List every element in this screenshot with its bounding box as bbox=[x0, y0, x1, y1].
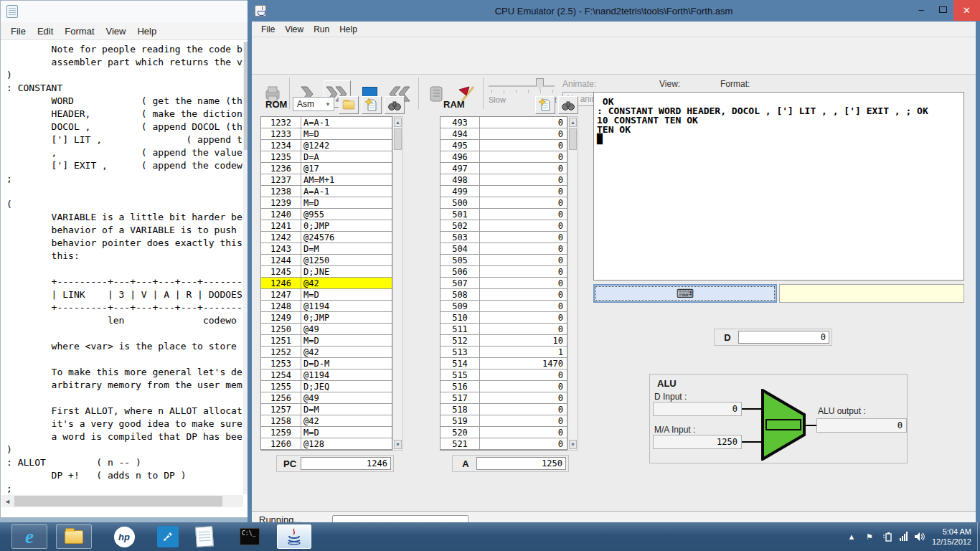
rom-value[interactable]: @24576 bbox=[301, 232, 391, 242]
ram-value[interactable]: 0 bbox=[480, 140, 566, 151]
taskbar-internet-explorer[interactable]: e bbox=[11, 524, 47, 549]
rom-value[interactable]: D=M bbox=[301, 404, 391, 415]
scroll-down-icon[interactable]: ▼ bbox=[569, 440, 577, 449]
ram-row-511[interactable]: 5110 bbox=[440, 324, 567, 335]
ram-row-517[interactable]: 5170 bbox=[440, 392, 567, 404]
ram-value[interactable]: 0 bbox=[480, 128, 566, 139]
rom-row-1242[interactable]: 1242@24576 bbox=[261, 232, 392, 243]
rom-search-button[interactable] bbox=[385, 96, 405, 114]
ram-value[interactable]: 0 bbox=[480, 243, 566, 254]
rom-row-1255[interactable]: 1255D;JEQ bbox=[261, 381, 392, 392]
ram-row-504[interactable]: 5040 bbox=[440, 243, 567, 255]
scroll-down-icon[interactable]: ▼ bbox=[394, 440, 402, 449]
notepad-text-area[interactable]: Note for people reading the code b assem… bbox=[2, 42, 242, 494]
ram-value[interactable]: 0 bbox=[480, 163, 566, 174]
ram-row-521[interactable]: 5210 bbox=[440, 438, 567, 450]
notepad-hscroll-thumb[interactable] bbox=[14, 496, 222, 507]
rom-value[interactable]: @128 bbox=[301, 438, 391, 449]
power-icon[interactable] bbox=[882, 532, 893, 542]
rom-row-1233[interactable]: 1233M=D bbox=[261, 128, 392, 140]
rom-row-1254[interactable]: 1254@1194 bbox=[261, 369, 392, 381]
rom-value[interactable]: M=D bbox=[301, 289, 391, 300]
notepad-menu-item-edit[interactable]: Edit bbox=[32, 24, 59, 39]
rom-row-1240[interactable]: 1240@955 bbox=[261, 209, 392, 220]
ram-value[interactable]: 0 bbox=[480, 289, 566, 300]
rom-value[interactable]: @42 bbox=[301, 347, 391, 357]
ram-value[interactable]: 0 bbox=[480, 438, 566, 449]
scroll-left-arrow-icon[interactable]: ◄ bbox=[1, 495, 14, 507]
ram-value[interactable]: 0 bbox=[480, 117, 566, 128]
rom-row-1234[interactable]: 1234@1242 bbox=[261, 140, 392, 151]
emulator-titlebar[interactable]: CPU Emulator (2.5) - F:\nand2tetris\tool… bbox=[248, 0, 980, 22]
notepad-document-text[interactable]: Note for people reading the code b assem… bbox=[2, 42, 242, 494]
ram-row-516[interactable]: 5160 bbox=[440, 381, 567, 392]
ram-row-510[interactable]: 5100 bbox=[440, 312, 567, 324]
rom-row-1236[interactable]: 1236@17 bbox=[261, 163, 392, 174]
emulator-menu-item-run[interactable]: Run bbox=[308, 23, 334, 36]
show-hidden-icons-button[interactable]: ▲ bbox=[846, 532, 857, 541]
a-value-field[interactable]: 1250 bbox=[476, 457, 566, 470]
rom-row-1250[interactable]: 1250@49 bbox=[261, 324, 392, 335]
taskbar-notepad[interactable] bbox=[188, 524, 221, 549]
ram-value[interactable]: 0 bbox=[480, 209, 566, 220]
ram-row-515[interactable]: 5150 bbox=[440, 369, 567, 381]
rom-row-1239[interactable]: 1239M=D bbox=[261, 197, 392, 209]
rom-row-1245[interactable]: 1245D;JNE bbox=[261, 266, 392, 278]
rom-row-1252[interactable]: 1252@42 bbox=[261, 347, 392, 358]
rom-row-1238[interactable]: 1238A=A-1 bbox=[261, 186, 392, 197]
rom-row-1256[interactable]: 1256@49 bbox=[261, 392, 392, 404]
keyboard-enable-button[interactable]: ⌨ bbox=[593, 284, 777, 303]
rom-format-select[interactable]: Asm ▾ bbox=[293, 97, 334, 111]
ram-value[interactable]: 10 bbox=[480, 335, 566, 346]
ram-clear-button[interactable] bbox=[535, 96, 555, 114]
notepad-horizontal-scrollbar[interactable]: ◄ bbox=[1, 495, 243, 507]
rom-value[interactable]: D;JEQ bbox=[301, 381, 391, 392]
emulator-menu-item-help[interactable]: Help bbox=[334, 23, 362, 36]
rom-row-1253[interactable]: 1253D=D-M bbox=[261, 358, 392, 369]
ram-row-519[interactable]: 5190 bbox=[440, 415, 567, 427]
rom-row-1241[interactable]: 12410;JMP bbox=[261, 220, 392, 232]
ram-value[interactable]: 0 bbox=[480, 324, 566, 334]
ram-row-493[interactable]: 4930 bbox=[440, 117, 567, 128]
d-value-field[interactable]: 0 bbox=[738, 331, 829, 344]
ram-row-494[interactable]: 4940 bbox=[440, 128, 567, 140]
ram-row-505[interactable]: 5050 bbox=[440, 255, 567, 266]
ram-value[interactable]: 0 bbox=[480, 266, 566, 277]
ram-value[interactable]: 0 bbox=[480, 151, 566, 162]
ram-row-507[interactable]: 5070 bbox=[440, 278, 567, 289]
ram-row-503[interactable]: 5030 bbox=[440, 232, 567, 243]
ram-value[interactable]: 1 bbox=[480, 347, 566, 357]
ram-row-498[interactable]: 4980 bbox=[440, 174, 567, 186]
rom-value[interactable]: M=D bbox=[301, 335, 391, 346]
rom-value[interactable]: @17 bbox=[301, 163, 391, 174]
ram-scrollbar[interactable]: ▲ ▼ bbox=[567, 116, 578, 451]
taskbar-rocket-app[interactable] bbox=[152, 524, 184, 549]
taskbar-java-app-active[interactable] bbox=[277, 524, 311, 549]
ram-row-501[interactable]: 5010 bbox=[440, 209, 567, 220]
rom-value[interactable]: @42 bbox=[301, 415, 391, 426]
rom-value[interactable]: AM=M+1 bbox=[301, 174, 391, 185]
rom-value[interactable]: M=D bbox=[301, 427, 391, 438]
close-button[interactable]: ✕ bbox=[953, 0, 980, 21]
ram-value[interactable]: 0 bbox=[480, 415, 566, 426]
rom-row-1257[interactable]: 1257D=M bbox=[261, 404, 392, 415]
rom-row-1243[interactable]: 1243D=M bbox=[261, 243, 392, 255]
rom-value[interactable]: M=D bbox=[301, 128, 391, 139]
ram-row-496[interactable]: 4960 bbox=[440, 151, 567, 163]
ram-value[interactable]: 0 bbox=[480, 312, 566, 323]
rom-value[interactable]: M=D bbox=[301, 197, 391, 208]
slider-thumb[interactable] bbox=[536, 78, 544, 90]
rom-row-1258[interactable]: 1258@42 bbox=[261, 415, 392, 427]
ram-row-506[interactable]: 5060 bbox=[440, 266, 567, 278]
ram-row-518[interactable]: 5180 bbox=[440, 404, 567, 415]
ram-row-509[interactable]: 5090 bbox=[440, 301, 567, 312]
network-signal-icon[interactable] bbox=[900, 532, 908, 541]
rom-row-1248[interactable]: 1248@1194 bbox=[261, 301, 392, 312]
notepad-menu-item-file[interactable]: File bbox=[5, 24, 32, 39]
taskbar-hp-app[interactable]: hp bbox=[106, 524, 142, 549]
rom-value[interactable]: D=M bbox=[301, 243, 391, 254]
ram-value[interactable]: 0 bbox=[480, 404, 566, 415]
notepad-titlebar[interactable] bbox=[1, 1, 253, 22]
ram-row-500[interactable]: 5000 bbox=[440, 197, 567, 209]
notepad-menu-item-help[interactable]: Help bbox=[131, 24, 162, 39]
